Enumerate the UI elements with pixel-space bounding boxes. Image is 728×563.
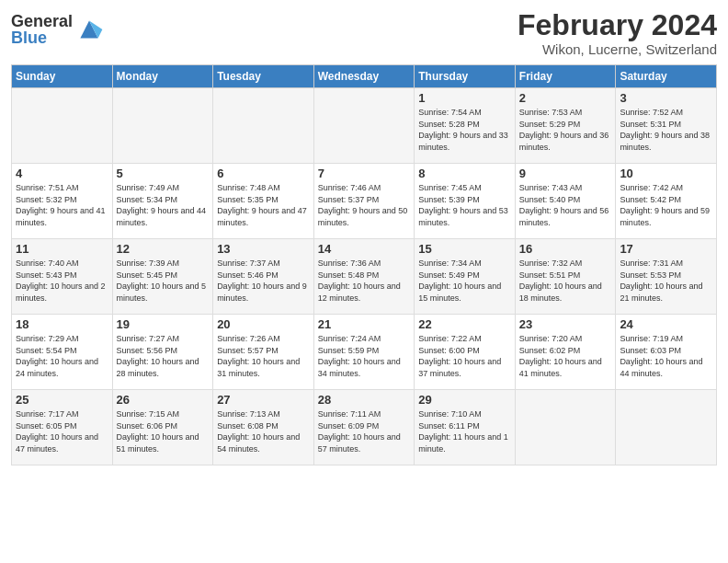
day-number: 14 bbox=[318, 242, 411, 256]
day-info: Sunrise: 7:13 AM Sunset: 6:08 PM Dayligh… bbox=[217, 408, 310, 454]
day-number: 26 bbox=[117, 393, 210, 407]
day-number: 15 bbox=[418, 242, 511, 256]
header-area: General Blue February 2024 Wikon, Lucern… bbox=[11, 9, 717, 57]
calendar-cell: 29Sunrise: 7:10 AM Sunset: 6:11 PM Dayli… bbox=[415, 390, 516, 465]
calendar-cell: 27Sunrise: 7:13 AM Sunset: 6:08 PM Dayli… bbox=[213, 390, 314, 465]
calendar-cell: 19Sunrise: 7:27 AM Sunset: 5:56 PM Dayli… bbox=[112, 315, 213, 390]
day-number: 10 bbox=[620, 167, 712, 180]
day-info: Sunrise: 7:32 AM Sunset: 5:51 PM Dayligh… bbox=[519, 258, 612, 304]
day-number: 2 bbox=[519, 91, 612, 105]
day-number: 16 bbox=[519, 242, 612, 256]
day-number: 19 bbox=[117, 317, 210, 331]
calendar-cell bbox=[213, 88, 314, 164]
calendar-cell: 8Sunrise: 7:45 AM Sunset: 5:39 PM Daylig… bbox=[415, 164, 516, 239]
calendar-cell: 14Sunrise: 7:36 AM Sunset: 5:48 PM Dayli… bbox=[313, 239, 415, 315]
calendar-cell: 3Sunrise: 7:52 AM Sunset: 5:31 PM Daylig… bbox=[616, 88, 717, 164]
day-number: 28 bbox=[318, 393, 411, 407]
col-monday: Monday bbox=[112, 65, 213, 88]
calendar-cell: 18Sunrise: 7:29 AM Sunset: 5:54 PM Dayli… bbox=[12, 315, 113, 390]
day-number: 21 bbox=[318, 317, 411, 331]
calendar-cell: 23Sunrise: 7:20 AM Sunset: 6:02 PM Dayli… bbox=[515, 315, 616, 390]
day-info: Sunrise: 7:51 AM Sunset: 5:32 PM Dayligh… bbox=[16, 182, 108, 228]
day-info: Sunrise: 7:29 AM Sunset: 5:54 PM Dayligh… bbox=[16, 333, 108, 379]
col-friday: Friday bbox=[515, 65, 616, 88]
day-info: Sunrise: 7:22 AM Sunset: 6:00 PM Dayligh… bbox=[418, 333, 511, 379]
calendar-cell: 25Sunrise: 7:17 AM Sunset: 6:05 PM Dayli… bbox=[12, 390, 113, 465]
calendar-cell bbox=[112, 88, 213, 164]
calendar-cell: 4Sunrise: 7:51 AM Sunset: 5:32 PM Daylig… bbox=[12, 164, 113, 239]
day-info: Sunrise: 7:37 AM Sunset: 5:46 PM Dayligh… bbox=[217, 258, 310, 304]
calendar-cell: 16Sunrise: 7:32 AM Sunset: 5:51 PM Dayli… bbox=[515, 239, 616, 315]
calendar-cell bbox=[616, 390, 717, 465]
calendar-week-3: 11Sunrise: 7:40 AM Sunset: 5:43 PM Dayli… bbox=[12, 239, 717, 315]
month-title: February 2024 bbox=[518, 9, 717, 41]
logo-text: General Blue bbox=[11, 13, 73, 46]
day-info: Sunrise: 7:48 AM Sunset: 5:35 PM Dayligh… bbox=[217, 182, 310, 228]
day-number: 18 bbox=[16, 317, 108, 331]
day-info: Sunrise: 7:36 AM Sunset: 5:48 PM Dayligh… bbox=[318, 258, 411, 304]
day-info: Sunrise: 7:10 AM Sunset: 6:11 PM Dayligh… bbox=[418, 408, 511, 454]
day-info: Sunrise: 7:45 AM Sunset: 5:39 PM Dayligh… bbox=[418, 182, 511, 228]
calendar-cell bbox=[12, 88, 113, 164]
col-thursday: Thursday bbox=[415, 65, 516, 88]
logo-general: General bbox=[11, 13, 73, 29]
calendar-cell: 26Sunrise: 7:15 AM Sunset: 6:06 PM Dayli… bbox=[112, 390, 213, 465]
day-number: 8 bbox=[418, 167, 511, 180]
day-number: 20 bbox=[217, 317, 310, 331]
day-info: Sunrise: 7:26 AM Sunset: 5:57 PM Dayligh… bbox=[217, 333, 310, 379]
day-number: 1 bbox=[418, 91, 511, 105]
col-wednesday: Wednesday bbox=[313, 65, 415, 88]
col-saturday: Saturday bbox=[616, 65, 717, 88]
calendar-cell: 17Sunrise: 7:31 AM Sunset: 5:53 PM Dayli… bbox=[616, 239, 717, 315]
day-number: 22 bbox=[418, 317, 511, 331]
calendar-cell: 5Sunrise: 7:49 AM Sunset: 5:34 PM Daylig… bbox=[112, 164, 213, 239]
calendar-week-4: 18Sunrise: 7:29 AM Sunset: 5:54 PM Dayli… bbox=[12, 315, 717, 390]
calendar-cell: 15Sunrise: 7:34 AM Sunset: 5:49 PM Dayli… bbox=[415, 239, 516, 315]
day-info: Sunrise: 7:20 AM Sunset: 6:02 PM Dayligh… bbox=[519, 333, 612, 379]
day-info: Sunrise: 7:42 AM Sunset: 5:42 PM Dayligh… bbox=[620, 182, 712, 228]
calendar-cell: 9Sunrise: 7:43 AM Sunset: 5:40 PM Daylig… bbox=[515, 164, 616, 239]
day-info: Sunrise: 7:46 AM Sunset: 5:37 PM Dayligh… bbox=[318, 182, 411, 228]
day-number: 6 bbox=[217, 167, 310, 180]
calendar-cell: 2Sunrise: 7:53 AM Sunset: 5:29 PM Daylig… bbox=[515, 88, 616, 164]
day-number: 23 bbox=[519, 317, 612, 331]
calendar-cell: 10Sunrise: 7:42 AM Sunset: 5:42 PM Dayli… bbox=[616, 164, 717, 239]
day-number: 3 bbox=[620, 91, 712, 105]
day-number: 12 bbox=[117, 242, 210, 256]
calendar-cell: 22Sunrise: 7:22 AM Sunset: 6:00 PM Dayli… bbox=[415, 315, 516, 390]
day-info: Sunrise: 7:52 AM Sunset: 5:31 PM Dayligh… bbox=[620, 107, 712, 153]
calendar-cell bbox=[515, 390, 616, 465]
day-number: 27 bbox=[217, 393, 310, 407]
calendar-cell: 12Sunrise: 7:39 AM Sunset: 5:45 PM Dayli… bbox=[112, 239, 213, 315]
calendar-week-1: 1Sunrise: 7:54 AM Sunset: 5:28 PM Daylig… bbox=[12, 88, 717, 164]
day-number: 29 bbox=[418, 393, 511, 407]
day-number: 13 bbox=[217, 242, 310, 256]
title-area: February 2024 Wikon, Lucerne, Switzerlan… bbox=[518, 9, 717, 57]
day-info: Sunrise: 7:54 AM Sunset: 5:28 PM Dayligh… bbox=[418, 107, 511, 153]
calendar-cell: 24Sunrise: 7:19 AM Sunset: 6:03 PM Dayli… bbox=[616, 315, 717, 390]
calendar-cell: 13Sunrise: 7:37 AM Sunset: 5:46 PM Dayli… bbox=[213, 239, 314, 315]
calendar-cell: 21Sunrise: 7:24 AM Sunset: 5:59 PM Dayli… bbox=[313, 315, 415, 390]
day-number: 4 bbox=[16, 167, 108, 180]
calendar-cell: 28Sunrise: 7:11 AM Sunset: 6:09 PM Dayli… bbox=[313, 390, 415, 465]
day-number: 7 bbox=[318, 167, 411, 180]
calendar-week-2: 4Sunrise: 7:51 AM Sunset: 5:32 PM Daylig… bbox=[12, 164, 717, 239]
logo-icon bbox=[74, 15, 104, 44]
logo: General Blue bbox=[11, 13, 104, 46]
location: Wikon, Lucerne, Switzerland bbox=[518, 41, 717, 57]
day-info: Sunrise: 7:24 AM Sunset: 5:59 PM Dayligh… bbox=[318, 333, 411, 379]
calendar-cell: 6Sunrise: 7:48 AM Sunset: 5:35 PM Daylig… bbox=[213, 164, 314, 239]
day-number: 11 bbox=[16, 242, 108, 256]
logo-blue: Blue bbox=[11, 29, 73, 46]
day-info: Sunrise: 7:17 AM Sunset: 6:05 PM Dayligh… bbox=[16, 408, 108, 454]
day-info: Sunrise: 7:40 AM Sunset: 5:43 PM Dayligh… bbox=[16, 258, 108, 304]
day-number: 9 bbox=[519, 167, 612, 180]
day-info: Sunrise: 7:31 AM Sunset: 5:53 PM Dayligh… bbox=[620, 258, 712, 304]
calendar-cell: 20Sunrise: 7:26 AM Sunset: 5:57 PM Dayli… bbox=[213, 315, 314, 390]
day-info: Sunrise: 7:39 AM Sunset: 5:45 PM Dayligh… bbox=[117, 258, 210, 304]
day-info: Sunrise: 7:15 AM Sunset: 6:06 PM Dayligh… bbox=[117, 408, 210, 454]
day-info: Sunrise: 7:11 AM Sunset: 6:09 PM Dayligh… bbox=[318, 408, 411, 454]
header-row: Sunday Monday Tuesday Wednesday Thursday… bbox=[12, 65, 717, 88]
day-number: 24 bbox=[620, 317, 712, 331]
col-tuesday: Tuesday bbox=[213, 65, 314, 88]
